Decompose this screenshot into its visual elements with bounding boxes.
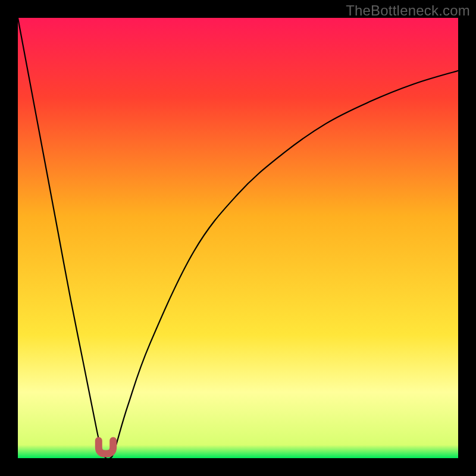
chart-frame: TheBottleneck.com — [0, 0, 476, 476]
curve-layer — [18, 18, 458, 458]
watermark-text: TheBottleneck.com — [346, 2, 470, 19]
bottleneck-curve — [18, 18, 458, 458]
optimum-marker — [99, 440, 113, 453]
plot-area — [18, 18, 458, 458]
